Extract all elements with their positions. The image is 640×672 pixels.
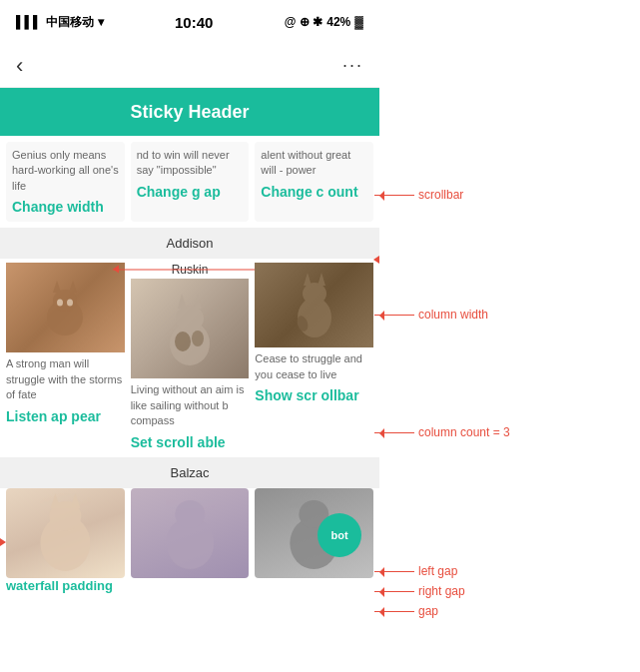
svg-marker-3 [69,281,77,293]
battery-text: 42% [326,15,350,29]
card-change-count[interactable]: alent without great will - power Change … [255,142,373,222]
card-change-gap[interactable]: nd to win will never say "impossible" Ch… [131,142,250,222]
card-change-width[interactable]: Genius only means hard-working all one's… [6,142,125,222]
label-row-2: waterfall padding [0,578,379,595]
cat-image-2 [131,279,250,378]
scrollbar-arrow-line [374,195,414,196]
col1-label: waterfall padding [6,578,125,595]
card-link-5[interactable]: Set scroll able [131,433,250,451]
svg-point-13 [192,331,204,346]
cat-image-1 [6,263,125,352]
svg-point-7 [176,306,204,332]
wifi-icon: ▾ [98,15,104,29]
section-addison: Addison [0,228,379,259]
svg-point-1 [53,290,77,312]
card-text-3: alent without great will - power [261,148,367,179]
cat-image-3 [255,263,373,347]
status-left: ▌▌▌ 中国移动 ▾ [16,14,104,31]
back-button[interactable]: ‹ [16,53,23,79]
card-link-6[interactable]: Show scr ollbar [255,386,373,404]
card-text-2: nd to win will never say "impossible" [137,148,244,179]
svg-marker-2 [53,281,61,293]
col1-img-card: A strong man will struggle with the stor… [6,259,125,450]
col3-img-card: Cease to struggle and you cease to live … [255,259,373,450]
left-gap-annotation: left gap [374,564,457,578]
svg-marker-17 [318,273,325,286]
svg-point-15 [303,283,326,305]
svg-point-5 [67,300,73,307]
right-gap-annotation: right gap [374,584,465,598]
card-link-1[interactable]: Change width [12,198,119,216]
gap-annotation: gap [374,604,438,618]
sticky-header: Sticky Header [0,88,379,136]
svg-marker-24 [70,493,80,508]
svg-marker-8 [178,294,187,309]
scrollbar-annotation: scrollbar [374,188,463,202]
svg-marker-9 [194,294,202,309]
gap-label: gap [418,604,438,618]
cat-image-4 [6,488,125,578]
phone-frame: ▌▌▌ 中国移动 ▾ 10:40 @ ⊕ ✱ 42% ▓ ‹ ··· Stick… [0,0,379,672]
card-link-3[interactable]: Change c ount [261,183,367,201]
card-text-1: Genius only means hard-working all one's… [12,148,119,194]
text-row-1: Genius only means hard-working all one's… [0,136,379,222]
svg-marker-16 [304,273,312,286]
bot-button[interactable]: bot [318,513,361,557]
svg-marker-23 [50,493,60,508]
left-gap-label: left gap [418,564,457,578]
nav-bar: ‹ ··· [0,44,379,88]
more-button[interactable]: ··· [342,55,363,76]
cat-image-5 [131,488,250,578]
column-count-annotation: column count = 3 [374,425,510,439]
card-text-5: Living without an aim is like sailing wi… [131,382,250,428]
waterfall-padding-link[interactable]: waterfall padding [6,578,125,595]
sticky-header-title: Sticky Header [130,102,249,123]
card-text-4: A strong man will struggle with the stor… [6,356,125,402]
gap-arrow-line [374,611,414,612]
section-addison-label: Addison [167,236,214,251]
image-row-1: A strong man will struggle with the stor… [0,259,379,450]
column-width-annotation: column width [374,308,488,322]
card-link-4[interactable]: Listen ap pear [6,407,125,425]
svg-point-4 [57,300,63,307]
annotations-panel: scrollbar column width column count = 3 … [374,0,640,672]
column-width-label: column width [418,308,488,322]
status-bar: ▌▌▌ 中国移动 ▾ 10:40 @ ⊕ ✱ 42% ▓ [0,0,379,44]
col-width-arrow-left [113,266,119,274]
icons-right: @ ⊕ ✱ [285,15,322,29]
signal-icon: ▌▌▌ [16,15,42,29]
carrier-text: 中国移动 [46,14,94,31]
card-link-2[interactable]: Change g ap [137,183,244,201]
card-text-6: Cease to struggle and you cease to live [255,351,373,382]
section-balzac: Balzac [0,457,379,488]
column-count-arrow-line [374,432,414,433]
ruskin-label: Ruskin [131,263,250,277]
bot-label: bot [330,529,347,541]
status-right: @ ⊕ ✱ 42% ▓ [285,15,363,29]
status-time: 10:40 [175,14,213,31]
column-width-arrow-line [374,315,414,316]
column-width-line [113,270,268,271]
right-gap-arrow-line [374,591,414,592]
svg-point-12 [175,332,191,351]
svg-point-26 [175,500,205,528]
col3-label [255,578,373,595]
col2-label [131,578,250,595]
column-count-label: column count = 3 [418,425,510,439]
right-gap-label: right gap [418,584,465,598]
battery-icon: ▓ [354,15,363,29]
section-balzac-label: Balzac [170,465,209,480]
scrollbar-label: scrollbar [418,188,463,202]
col2-img-card: Ruskin [131,259,250,450]
left-gap-arrow-line [374,571,414,572]
